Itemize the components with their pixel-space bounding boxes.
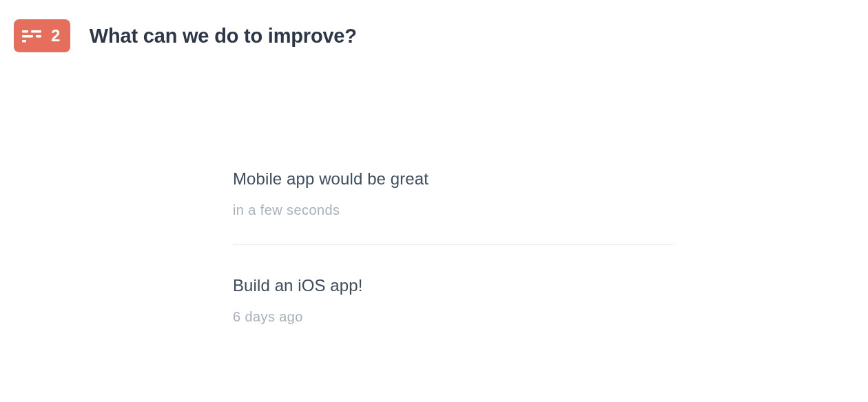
response-text: Mobile app would be great [233,169,674,189]
svg-rect-4 [22,40,26,43]
question-title: What can we do to improve? [90,25,357,47]
svg-rect-0 [22,30,28,33]
response-item[interactable]: Mobile app would be great in a few secon… [233,169,674,245]
response-item[interactable]: Build an iOS app! 6 days ago [233,245,674,325]
question-header: 2 What can we do to improve? [0,0,868,52]
response-timestamp: 6 days ago [233,309,674,325]
response-count: 2 [51,26,61,45]
svg-rect-2 [22,35,33,38]
response-count-badge[interactable]: 2 [14,19,70,52]
form-icon [22,29,41,43]
response-text: Build an iOS app! [233,276,674,295]
svg-rect-3 [36,35,41,38]
responses-list: Mobile app would be great in a few secon… [233,169,674,325]
response-timestamp: in a few seconds [233,202,674,218]
svg-rect-1 [31,30,41,33]
